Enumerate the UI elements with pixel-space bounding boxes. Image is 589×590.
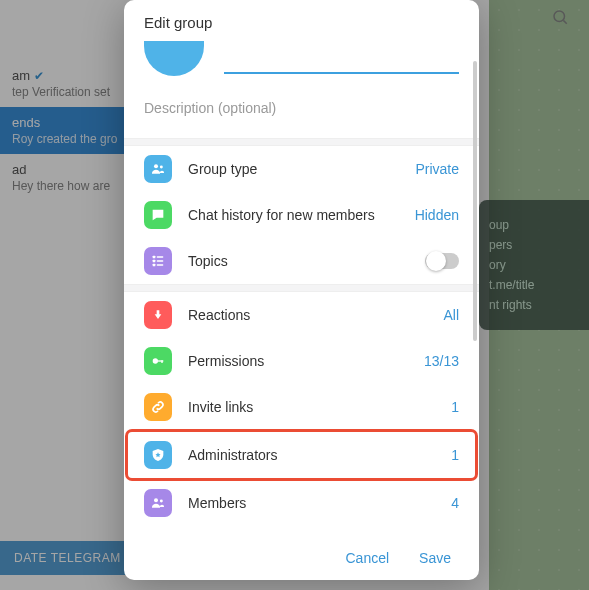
svg-point-13 [154, 498, 158, 502]
topics-icon [144, 247, 172, 275]
reactions-row[interactable]: Reactions All [124, 292, 479, 338]
scrollbar[interactable] [473, 61, 477, 341]
topics-toggle[interactable] [425, 253, 459, 269]
administrators-icon [144, 441, 172, 469]
members-icon [144, 489, 172, 517]
administrators-row[interactable]: Administrators 1 [128, 432, 475, 478]
topics-row[interactable]: Topics [124, 238, 479, 284]
svg-rect-6 [153, 260, 156, 263]
edit-group-modal: Edit group Description (optional) Group … [124, 0, 479, 580]
group-avatar[interactable] [144, 41, 204, 76]
permissions-icon [144, 347, 172, 375]
row-label: Permissions [188, 353, 424, 369]
svg-point-3 [160, 166, 163, 169]
invite-links-icon [144, 393, 172, 421]
row-label: Group type [188, 161, 415, 177]
svg-rect-12 [161, 360, 162, 363]
row-value: 4 [451, 495, 459, 511]
svg-rect-4 [153, 256, 156, 259]
group-type-row[interactable]: Group type Private [124, 146, 479, 192]
row-label: Members [188, 495, 451, 511]
svg-point-14 [160, 500, 163, 503]
chat-history-row[interactable]: Chat history for new members Hidden [124, 192, 479, 238]
row-value: Private [415, 161, 459, 177]
reactions-icon [144, 301, 172, 329]
chat-history-icon [144, 201, 172, 229]
svg-rect-7 [157, 260, 164, 261]
divider [124, 284, 479, 292]
save-button[interactable]: Save [419, 550, 451, 566]
row-label: Topics [188, 253, 425, 269]
svg-rect-8 [153, 264, 156, 267]
modal-title: Edit group [124, 0, 479, 41]
row-label: Chat history for new members [188, 207, 415, 223]
row-value: 13/13 [424, 353, 459, 369]
description-input[interactable]: Description (optional) [124, 90, 479, 138]
svg-rect-9 [157, 264, 164, 265]
cancel-button[interactable]: Cancel [345, 550, 389, 566]
divider [124, 138, 479, 146]
row-value: 1 [451, 399, 459, 415]
svg-rect-5 [157, 256, 164, 257]
row-value: 1 [451, 447, 459, 463]
row-label: Invite links [188, 399, 451, 415]
row-value: Hidden [415, 207, 459, 223]
members-row[interactable]: Members 4 [124, 480, 479, 526]
invite-links-row[interactable]: Invite links 1 [124, 384, 479, 430]
svg-point-10 [153, 358, 158, 363]
group-name-input[interactable] [224, 72, 459, 74]
row-value: All [443, 307, 459, 323]
permissions-row[interactable]: Permissions 13/13 [124, 338, 479, 384]
svg-point-2 [154, 164, 158, 168]
row-label: Administrators [188, 447, 451, 463]
group-type-icon [144, 155, 172, 183]
row-label: Reactions [188, 307, 443, 323]
